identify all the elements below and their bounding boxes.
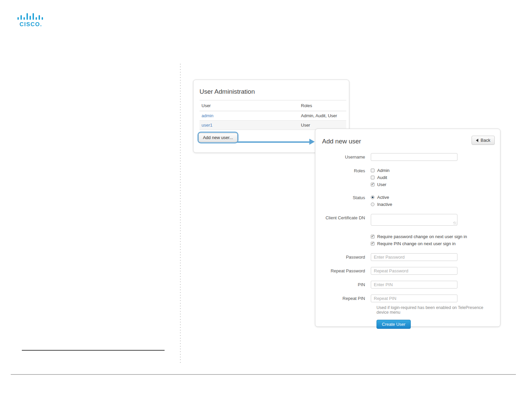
checkbox-icon[interactable] — [371, 183, 374, 186]
status-option-label: Active — [377, 195, 389, 200]
radio-icon[interactable] — [371, 203, 374, 206]
repeat-pin-input[interactable] — [371, 295, 457, 302]
pin-input[interactable] — [371, 281, 457, 288]
client-cert-textarea[interactable] — [371, 214, 457, 226]
page-bottom-rule — [11, 374, 516, 375]
role-option-label: User — [377, 182, 386, 187]
add-new-user-button[interactable]: Add new user... — [198, 133, 237, 142]
form-row-repeat-pin: Repeat PIN — [322, 295, 494, 302]
checkbox-icon[interactable] — [371, 242, 374, 246]
roles-cell: User — [301, 123, 346, 128]
add-new-user-title: Add new user — [322, 138, 361, 145]
status-option-active[interactable]: Active — [371, 194, 494, 201]
status-option-inactive[interactable]: Inactive — [371, 201, 494, 208]
password-input[interactable] — [371, 253, 457, 261]
repeat-pin-label: Repeat PIN — [322, 295, 371, 302]
require-option-label: Require PIN change on next user sign in — [377, 241, 455, 246]
user-table-header: User Roles — [200, 100, 346, 111]
back-button[interactable]: Back — [472, 136, 495, 145]
chevron-left-icon — [476, 139, 478, 142]
role-option-user[interactable]: User — [371, 181, 494, 188]
back-button-label: Back — [481, 138, 490, 143]
form-row-password: Password — [322, 253, 494, 261]
role-option-admin[interactable]: Admin — [371, 167, 494, 174]
checkbox-icon[interactable] — [371, 169, 374, 172]
role-option-label: Admin — [377, 168, 390, 173]
status-label: Status — [322, 194, 371, 208]
user-table: User Roles admin Admin, Audit, User user… — [200, 100, 346, 130]
add-user-form: Username Roles Admin Audit Us — [322, 153, 494, 329]
roles-label: Roles — [322, 167, 371, 188]
repeat-password-label: Repeat Password — [322, 267, 371, 275]
form-row-username: Username — [322, 153, 494, 161]
dotted-divider — [180, 64, 181, 363]
column-header-roles: Roles — [301, 103, 346, 108]
checkbox-icon[interactable] — [371, 235, 374, 238]
connector-arrow-head — [309, 139, 315, 145]
form-row-status: Status Active Inactive — [322, 194, 494, 208]
password-label: Password — [322, 253, 371, 261]
form-row-pin: PIN — [322, 281, 494, 288]
user-administration-title: User Administration — [200, 88, 255, 95]
column-header-user: User — [200, 103, 301, 108]
form-row-require: Require password change on next user sig… — [322, 233, 494, 247]
connector-arrow-line — [237, 141, 310, 143]
highlight-callout: Add new user... — [197, 132, 238, 143]
repeat-password-input[interactable] — [371, 267, 457, 275]
form-row-client-cert: Client Certificate DN — [322, 214, 494, 226]
table-row: admin Admin, Audit, User — [200, 111, 346, 121]
add-new-user-panel: Add new user Back Username Roles Admin — [315, 129, 500, 327]
user-link-admin[interactable]: admin — [202, 113, 213, 118]
status-option-label: Inactive — [377, 202, 392, 207]
require-pin-change-option[interactable]: Require PIN change on next user sign in — [371, 240, 494, 247]
cisco-logo: CISCO. — [16, 12, 46, 28]
radio-icon[interactable] — [371, 195, 374, 199]
create-user-button[interactable]: Create User — [376, 320, 411, 329]
form-row-roles: Roles Admin Audit User — [322, 167, 494, 188]
pin-label: PIN — [322, 281, 371, 288]
role-option-label: Audit — [377, 175, 387, 180]
pin-usage-note: Used if login-required has been enabled … — [376, 305, 494, 315]
footnote-rule — [22, 350, 165, 351]
username-label: Username — [322, 153, 371, 161]
require-option-label: Require password change on next user sig… — [377, 234, 467, 239]
cisco-logo-text: CISCO. — [19, 21, 42, 28]
client-cert-label: Client Certificate DN — [322, 214, 371, 226]
page: CISCO. User Administration User Roles ad… — [0, 0, 532, 400]
role-option-audit[interactable]: Audit — [371, 174, 494, 181]
roles-cell: Admin, Audit, User — [301, 113, 346, 118]
form-row-repeat-password: Repeat Password — [322, 267, 494, 275]
require-password-change-option[interactable]: Require password change on next user sig… — [371, 233, 494, 240]
username-input[interactable] — [371, 153, 457, 161]
checkbox-icon[interactable] — [371, 176, 374, 179]
user-link-user1[interactable]: user1 — [202, 123, 213, 128]
